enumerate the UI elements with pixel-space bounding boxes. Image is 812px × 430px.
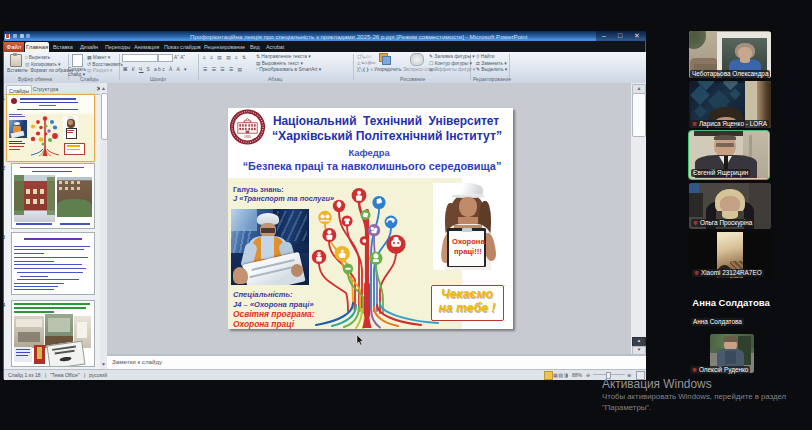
svg-text:1885: 1885 <box>244 135 251 139</box>
